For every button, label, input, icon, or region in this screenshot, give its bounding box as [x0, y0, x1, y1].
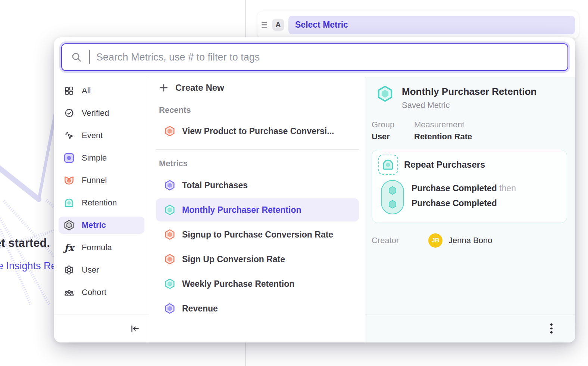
sidebar-item-funnel[interactable]: Funnel: [59, 172, 144, 189]
search-input[interactable]: [96, 52, 559, 63]
sidebar-item-cohort[interactable]: Cohort: [59, 284, 144, 301]
sidebar-item-event[interactable]: Event: [59, 127, 144, 144]
metric-list-column: Create New Recents View Product to Purch…: [149, 77, 365, 342]
verified-badge-icon: [63, 107, 75, 119]
retention-metric-hexagon-icon: [164, 204, 175, 215]
sidebar-item-metric[interactable]: Metric: [59, 217, 144, 234]
simple-metric-hexagon-icon: [164, 180, 175, 191]
retention-metric-hexagon-icon: [164, 278, 175, 289]
sidebar-footer: [54, 314, 149, 342]
creator-row: Creator JB Jenna Bono: [372, 233, 575, 248]
metric-item-sign-up-conversion[interactable]: Sign Up Conversion Rate: [156, 248, 359, 271]
detail-footer: [365, 314, 575, 342]
sidebar-item-all[interactable]: All: [59, 82, 144, 99]
drag-handle-icon[interactable]: [260, 22, 268, 28]
plus-icon: [159, 83, 169, 93]
sidebar-item-retention[interactable]: Retention: [59, 194, 144, 211]
simple-metric-icon: [63, 152, 75, 164]
funnel-metric-hexagon-icon: [164, 125, 175, 137]
sidebar-item-simple[interactable]: Simple: [59, 149, 144, 167]
background-insights-link-fragment[interactable]: e Insights Re: [0, 260, 57, 272]
formula-icon: ƒx: [63, 242, 75, 254]
sidebar-item-formula[interactable]: ƒx Formula: [59, 239, 144, 256]
metric-item-signup-to-purchase[interactable]: Signup to Purchase Conversion Rate: [156, 223, 359, 246]
metric-item-monthly-purchaser-retention[interactable]: Monthly Purchaser Retention: [156, 198, 359, 221]
detail-header: Monthly Purchaser Retention Saved Metric: [365, 85, 575, 110]
metric-hexagon-icon: [63, 219, 75, 231]
definition-card: Repeat Purchasers Purchase Completed the: [372, 150, 567, 223]
definition-title: Repeat Purchasers: [404, 159, 485, 170]
search-area: [54, 37, 575, 71]
simple-metric-hexagon-icon: [164, 303, 175, 314]
funnel-metric-hexagon-icon: [164, 254, 175, 265]
sidebar-item-user[interactable]: User: [59, 261, 144, 279]
background-heading-fragment: et started.: [0, 236, 50, 250]
detail-title: Monthly Purchaser Retention: [402, 86, 537, 97]
retention-arch-icon: [63, 197, 75, 209]
search-icon: [71, 52, 82, 63]
event-hexagon-icon: [387, 185, 398, 196]
metric-item-revenue[interactable]: Revenue: [156, 297, 359, 320]
event-hexagon-icon: [387, 199, 398, 210]
retention-definition-icon: [378, 155, 398, 175]
definition-step-1: Purchase Completed then: [412, 183, 516, 193]
create-new-button[interactable]: Create New: [149, 79, 365, 96]
collapse-left-icon: [129, 323, 140, 334]
retention-metric-hexagon-icon: [376, 85, 394, 102]
event-cursor-icon: [63, 130, 75, 142]
metrics-section-label: Metrics: [159, 159, 355, 168]
search-box[interactable]: [61, 43, 568, 71]
list-divider: [156, 149, 359, 150]
text-caret: [89, 50, 90, 64]
grid-icon: [63, 85, 75, 97]
funnel-metric-hexagon-icon: [164, 229, 175, 240]
metric-item-total-purchases[interactable]: Total Purchases: [156, 174, 359, 197]
series-a-badge: A: [272, 19, 284, 31]
measurement-field: Measurement Retention Rate: [414, 120, 472, 142]
user-cluster-icon: [63, 264, 75, 276]
metric-item-weekly-purchase-retention[interactable]: Weekly Purchase Retention: [156, 272, 359, 295]
creator-avatar: JB: [428, 233, 442, 248]
group-field: Group User: [372, 120, 405, 142]
recents-section-label: Recents: [159, 105, 355, 115]
recent-item-view-product[interactable]: View Product to Purchase Conversi...: [156, 120, 359, 143]
creator-label: Creator: [372, 236, 421, 245]
metric-picker-modal: All Verified Event: [54, 37, 575, 342]
detail-fields: Group User Measurement Retention Rate: [372, 120, 575, 142]
detail-type: Saved Metric: [402, 100, 537, 110]
select-metric-pill[interactable]: Select Metric: [288, 16, 575, 34]
creator-name: Jenna Bono: [448, 236, 492, 245]
metric-detail-panel: Monthly Purchaser Retention Saved Metric…: [365, 77, 575, 342]
metric-row-card: A Select Metric: [257, 11, 579, 38]
collapse-sidebar-button[interactable]: [126, 320, 143, 337]
cohort-people-icon: [63, 286, 75, 298]
sidebar-item-verified[interactable]: Verified: [59, 105, 144, 122]
funnel-icon: [63, 174, 75, 186]
event-sequence-capsule: [381, 180, 404, 214]
definition-step-2: Purchase Completed: [412, 198, 516, 208]
decorative-chart-lines: [0, 101, 57, 310]
filter-sidebar: All Verified Event: [54, 77, 149, 342]
more-options-button[interactable]: [544, 321, 559, 336]
